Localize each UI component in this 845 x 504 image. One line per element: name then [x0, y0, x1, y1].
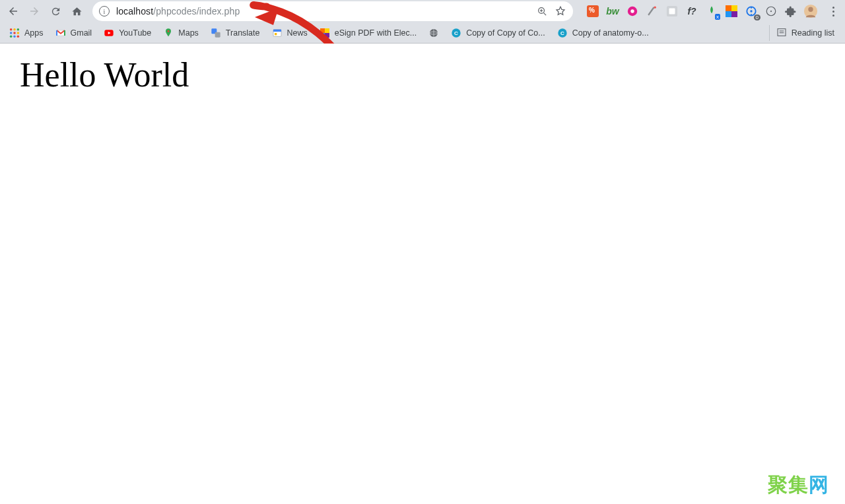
svg-point-14	[808, 7, 813, 12]
youtube-icon	[104, 28, 114, 38]
ext-icon-2[interactable]: bw	[605, 3, 621, 19]
extensions-area: % bw f? x 0	[585, 3, 841, 19]
svg-point-16	[13, 28, 16, 31]
bookmark-esign[interactable]: eSign PDF with Elec...	[314, 25, 422, 41]
svg-point-23	[17, 36, 20, 38]
ext-badge: 0	[754, 15, 760, 20]
bookmark-label: Apps	[24, 28, 44, 38]
ext-icon-10[interactable]	[763, 3, 779, 19]
ext-icon-5[interactable]	[664, 3, 680, 19]
bookmark-maps[interactable]: Maps	[158, 25, 204, 41]
home-icon	[71, 6, 83, 17]
bookmark-label: YouTube	[119, 28, 151, 38]
bookmark-label: News	[287, 28, 308, 38]
ext-icon-4[interactable]	[644, 3, 660, 19]
canva-icon: C	[451, 28, 461, 38]
reading-list-label: Reading list	[792, 28, 834, 38]
page-content: Hello World 聚集网	[0, 44, 845, 504]
address-bar[interactable]: i localhost/phpcodes/index.php	[92, 1, 573, 21]
svg-point-10	[750, 10, 752, 12]
profile-avatar[interactable]	[803, 3, 819, 19]
ext-icon-6[interactable]: f?	[684, 3, 700, 19]
url-text: localhost/phpcodes/index.php	[116, 6, 240, 16]
apps-grid-icon	[9, 28, 20, 38]
svg-point-19	[13, 32, 16, 34]
news-icon	[272, 28, 283, 38]
svg-line-1	[544, 13, 547, 15]
zoom-icon[interactable]	[537, 6, 548, 17]
bookmark-label: Gmail	[71, 28, 92, 38]
maps-icon	[163, 28, 174, 38]
translate-icon	[211, 28, 221, 38]
bookmark-star-icon[interactable]	[555, 5, 566, 17]
reading-list-icon	[776, 27, 787, 40]
ext-icon-3[interactable]	[625, 3, 640, 19]
ext-icon-7[interactable]: x	[704, 3, 720, 19]
svg-rect-29	[273, 30, 281, 32]
extensions-puzzle-icon[interactable]	[783, 3, 799, 19]
toolbar: i localhost/phpcodes/index.php % bw f?	[0, 0, 845, 22]
svg-point-21	[10, 36, 13, 38]
ext-icon-9[interactable]: 0	[743, 3, 759, 19]
bookmark-globe[interactable]	[423, 25, 444, 41]
svg-rect-30	[275, 33, 277, 35]
page-heading: Hello World	[20, 55, 825, 94]
reading-list-button[interactable]: Reading list	[769, 25, 841, 41]
bookmark-news[interactable]: News	[267, 25, 313, 41]
reload-button[interactable]	[46, 2, 65, 20]
bookmark-copy2[interactable]: C Copy of anatomy-o...	[552, 25, 654, 41]
url-path: /phpcodes/index.php	[153, 6, 240, 16]
svg-point-5	[630, 9, 634, 13]
ext-icon-8[interactable]	[724, 3, 739, 19]
bookmark-label: Maps	[178, 28, 199, 38]
svg-point-17	[17, 28, 20, 31]
svg-point-25	[168, 30, 170, 32]
arrow-left-icon	[7, 5, 19, 17]
bookmark-label: Copy of Copy of Co...	[466, 28, 545, 38]
svg-point-15	[10, 28, 13, 31]
url-host: localhost	[116, 6, 153, 16]
ext-icon-1[interactable]: %	[585, 3, 601, 19]
svg-text:C: C	[560, 30, 564, 36]
gmail-icon	[55, 28, 66, 38]
bookmark-youtube[interactable]: YouTube	[98, 25, 156, 41]
bookmark-apps[interactable]: Apps	[4, 25, 49, 41]
svg-rect-8	[669, 9, 675, 15]
watermark: 聚集网	[768, 472, 829, 499]
globe-icon	[428, 28, 439, 38]
esign-icon	[320, 28, 330, 38]
site-info-icon[interactable]: i	[99, 6, 110, 16]
arrow-right-icon	[28, 5, 40, 17]
canva-icon: C	[557, 28, 568, 38]
svg-rect-27	[215, 32, 220, 38]
bookmark-label: Copy of anatomy-o...	[572, 28, 649, 38]
bookmark-label: Translate	[226, 28, 260, 38]
back-button[interactable]	[4, 2, 22, 20]
home-button[interactable]	[67, 2, 86, 20]
bookmark-copy1[interactable]: C Copy of Copy of Co...	[446, 25, 551, 41]
svg-point-6	[654, 7, 656, 9]
forward-button[interactable]	[25, 2, 44, 20]
chrome-menu-button[interactable]	[825, 3, 841, 19]
reload-icon	[50, 6, 61, 17]
bookmarks-bar: Apps Gmail YouTube Maps Translate News e…	[0, 22, 845, 44]
browser-chrome: i localhost/phpcodes/index.php % bw f?	[0, 0, 845, 44]
svg-point-18	[10, 32, 13, 34]
svg-rect-37	[778, 28, 786, 36]
svg-point-12	[770, 11, 772, 12]
bookmark-translate[interactable]: Translate	[205, 25, 265, 41]
svg-point-22	[13, 36, 16, 38]
bookmark-label: eSign PDF with Elec...	[335, 28, 417, 38]
svg-text:C: C	[454, 30, 458, 36]
bookmark-gmail[interactable]: Gmail	[50, 25, 98, 41]
svg-point-20	[17, 32, 20, 34]
